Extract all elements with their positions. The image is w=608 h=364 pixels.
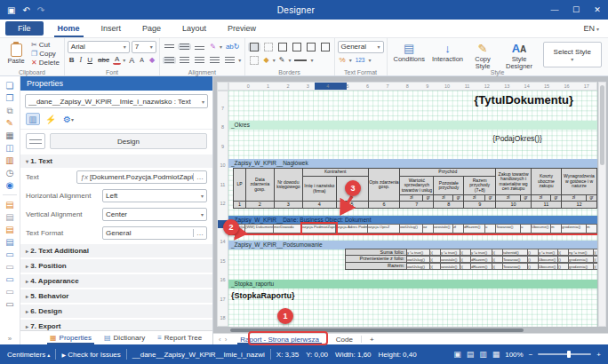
view-mode-icon-2[interactable]: ▤ [467,350,475,359]
report-page[interactable]: {TytulDokumentu} _Okres {PodajOkres()} _… [228,91,597,327]
document-title-field[interactable]: {TytulDokumentu} [406,93,573,107]
summary-cell[interactable]: tahentid() [503,249,528,256]
top-border-icon[interactable] [291,43,303,51]
vertical-scrollbar[interactable] [598,82,606,327]
summary-cell[interactable]: )( [594,256,597,263]
collapsed-section-header[interactable]: ▸ 3. Position [20,259,212,273]
component-tool-icon[interactable]: ▥ [5,154,13,166]
selected-component-combo[interactable]: __dane__Zapisy_W_KPiR__Imie_i_nazwisko :… [25,94,208,108]
properties-view-icon[interactable]: ▥ [26,113,40,125]
header-cell[interactable]: Zakup towarów handlowych i materiałów wg… [496,169,532,195]
data-cell[interactable]: {WW} Dokument.P [245,224,274,233]
align-justify-icon[interactable] [208,57,221,64]
bottom-border-icon[interactable] [319,43,332,51]
summary-cell[interactable]: dRazem() [471,263,492,270]
gr-cell[interactable]: gr [550,195,561,202]
text-format-field[interactable]: General… [102,226,207,240]
component-tool-icon[interactable]: ◫ [5,142,13,154]
component-tool-icon[interactable]: ◷ [6,167,14,178]
data-cell[interactable]: zł [453,224,464,233]
delete-button[interactable]: ✕Delete [29,59,61,67]
interaction-button[interactable]: ↓ Interaction [428,40,467,67]
language-selector[interactable]: EN▾ [583,20,608,37]
number-format-icon[interactable]: 123 [354,57,367,63]
number-cell[interactable]: 6 [368,202,400,209]
band-tool-icon[interactable]: ▭ [5,261,13,273]
data-cell[interactable]: grodzenia() [562,224,587,233]
tab-page[interactable]: Page [132,20,172,37]
data-cell[interactable]: u [485,224,496,233]
header-cell[interactable]: LP [234,169,246,202]
undo-icon[interactable]: ↶ [22,5,29,15]
collapsed-section-header[interactable]: ▸ 4. Appearance [20,274,212,288]
summary-cell[interactable]: owiUslug() [407,263,430,270]
summary-cell[interactable]: ny != true() [569,249,594,256]
align-right-icon[interactable] [193,57,206,64]
gr-cell[interactable]: gr [586,195,596,202]
units-selector[interactable]: Centimeters ▴ [7,351,50,359]
cut-button[interactable]: ✂Cut [29,41,61,49]
gr-cell[interactable]: gr [521,195,532,202]
align-middle-icon[interactable] [178,44,191,50]
band-tool-icon[interactable]: ▭ [5,298,13,310]
tab-home[interactable]: Home [47,20,91,37]
band-tool-icon[interactable]: ▭ [5,286,13,297]
summary-label[interactable]: Przeniesienie z folio: [345,256,407,263]
number-cell[interactable]: 5 [336,202,368,209]
valign-select[interactable]: Center▾ [102,208,207,221]
report-footer-field[interactable]: {StopkaRaportu} [231,291,295,300]
header-cell[interactable]: Razem przychody (7+8) [464,177,496,195]
summary-cell[interactable]: dRazem() [471,256,492,263]
align-center-icon[interactable] [178,57,191,64]
number-cell[interactable]: 3 [274,202,302,209]
align-left-icon[interactable] [163,57,176,64]
data-cell[interactable]: ozycja.Adres Podmiotu.Lini [336,224,368,233]
view-mode-icon-3[interactable]: ▥ [479,350,487,359]
summary-cell[interactable]: Towarow() [503,256,528,263]
summary-cell[interactable]: () [558,263,569,270]
tab-code[interactable]: Code [328,334,361,344]
font-family-combo[interactable]: Arial▾ [68,41,130,53]
minimize-button[interactable]: — [544,0,565,20]
summary-cell[interactable]: () [558,256,569,263]
data-cell[interactable]: oz [423,224,434,233]
data-cell[interactable]: ozostale() [434,224,453,233]
summary-cell[interactable]: y != true() [471,249,492,256]
summary-cell[interactable]: )( [558,249,569,256]
font-size-combo[interactable]: 7▾ [132,41,156,53]
gr-cell[interactable]: gr [423,195,434,202]
line-spacing-icon[interactable] [223,57,236,64]
design-button[interactable]: Design [50,133,207,149]
gr-cell[interactable]: gr [485,195,496,202]
redo-icon[interactable]: ↷ [37,5,44,15]
summary-cell[interactable]: Uboczne() [539,256,558,263]
band-tool-icon[interactable]: ▤ [5,236,13,248]
all-borders-icon[interactable] [248,43,260,51]
page-tab-prev-icon[interactable]: ‹ [219,336,221,344]
header-cell[interactable]: Opis zdarzenia gosp. [368,169,400,202]
number-cell[interactable]: 12 [561,202,596,209]
save-icon[interactable]: ▣ [7,5,15,15]
zoom-slider[interactable] [538,353,591,355]
fill-color-icon[interactable]: ◆ [262,56,271,64]
zoom-slider-thumb[interactable] [567,351,571,358]
summary-cell[interactable]: )( [594,263,597,270]
summary-cell[interactable]: y != true() [441,249,460,256]
paste-button[interactable]: Paste [3,40,29,67]
band-tool-icon[interactable]: ▤ [5,199,13,210]
text-expression-field[interactable]: ƒx[Dokument.Pozycja.PodmiotZapi … [76,170,207,184]
style-designer-button[interactable]: AA Style Designer [499,40,540,67]
strikethrough-button[interactable]: abc [96,56,111,64]
data-cell[interactable]: merDowodu [274,224,302,233]
header-group-cell[interactable]: Kontrahent [302,169,368,177]
data-cell[interactable]: dRazem() [464,224,485,233]
number-cell[interactable]: 10 [496,202,532,209]
band-tool-icon[interactable]: ▭ [5,273,13,285]
view-mode-icon-4[interactable]: ▦ [492,350,500,359]
header-cell[interactable]: Imię i nazwisko (firma) [302,177,336,202]
font-color-caret[interactable]: ▾ [123,57,125,63]
view-mode-icon-1[interactable]: ▣ [453,350,461,359]
zl-cell[interactable]: zł [434,195,453,202]
tab-properties[interactable]: ▦ Properties [44,331,98,344]
underline-button[interactable]: U [85,56,94,64]
